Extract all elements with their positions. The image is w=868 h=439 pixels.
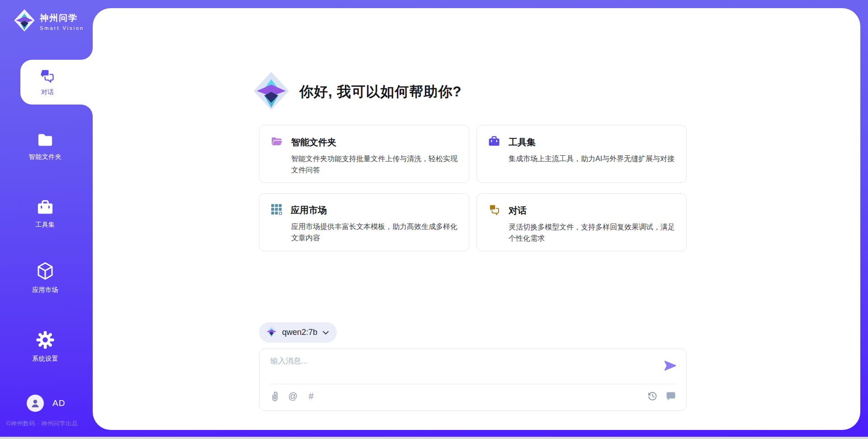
brand-diamond-logo-large	[253, 72, 289, 112]
brand-logo: 神州问学 Smart Vision	[14, 9, 84, 33]
sidebar-item-app-market[interactable]: 应用市场	[0, 262, 93, 294]
user-account[interactable]: AD	[27, 395, 65, 412]
card-toolkit[interactable]: 工具集 集成市场上主流工具，助力AI与外界无缝扩展与对接	[476, 125, 687, 183]
model-name: qwen2:7b	[282, 328, 317, 337]
card-chat[interactable]: 对话 灵活切换多模型文件，支持多样回复效果调试，满足个性化需求	[476, 193, 687, 251]
user-initials: AD	[52, 398, 65, 408]
sidebar-item-label: 工具集	[35, 221, 55, 229]
chat-bubbles-icon	[488, 204, 500, 217]
briefcase-icon	[488, 135, 500, 149]
sidebar-item-label: 智能文件夹	[29, 153, 62, 161]
card-description: 集成市场上主流工具，助力AI与外界无缝扩展与对接	[509, 153, 675, 164]
card-description: 智能文件夹功能支持批量文件上传与清洗，轻松实现文件问答	[291, 153, 458, 176]
chat-bubble-icon[interactable]	[665, 391, 676, 401]
model-diamond-icon	[266, 325, 277, 339]
sidebar-item-chat[interactable]: 对话	[20, 60, 75, 105]
sidebar-item-settings[interactable]: 系统设置	[0, 330, 93, 363]
sidebar-item-label: 系统设置	[32, 355, 58, 363]
sidebar-item-toolkit[interactable]: 工具集	[0, 199, 93, 229]
card-smart-folder[interactable]: 智能文件夹 智能文件夹功能支持批量文件上传与清洗，轻松实现文件问答	[259, 125, 469, 183]
send-icon[interactable]	[664, 360, 676, 372]
card-title: 智能文件夹	[291, 136, 336, 148]
feature-cards: 智能文件夹 智能文件夹功能支持批量文件上传与清洗，轻松实现文件问答 工具集 集成…	[259, 125, 687, 251]
sidebar-item-label: 应用市场	[32, 286, 58, 294]
greeting-title: 你好, 我可以如何帮助你?	[299, 82, 462, 101]
card-title: 应用市场	[291, 204, 327, 216]
composer-toolbar: @ #	[269, 391, 316, 401]
card-description: 应用市场提供丰富长文本模板，助力高效生成多样化文章内容	[291, 221, 458, 243]
greeting-row: 你好, 我可以如何帮助你?	[253, 72, 462, 112]
hashtag-icon[interactable]: #	[306, 391, 316, 401]
brand-name: 神州问学	[40, 12, 84, 24]
brand-subtitle: Smart Vision	[40, 25, 84, 31]
copyright-text: ©神州数码 · 神州问学出品	[6, 420, 78, 428]
sidebar: 神州问学 Smart Vision 对话 智能文件夹	[0, 0, 93, 439]
composer-divider	[269, 384, 676, 384]
card-title: 工具集	[509, 136, 536, 148]
gear-icon	[36, 330, 55, 351]
card-app-market[interactable]: 应用市场 应用市场提供丰富长文本模板，助力高效生成多样化文章内容	[259, 193, 469, 251]
history-icon[interactable]	[647, 391, 658, 401]
message-composer: @ #	[259, 348, 687, 411]
sidebar-item-smart-folder[interactable]: 智能文件夹	[0, 132, 93, 161]
cube-icon	[36, 262, 54, 282]
open-folder-icon	[271, 135, 283, 149]
card-description: 灵活切换多模型文件，支持多样回复效果调试，满足个性化需求	[509, 221, 675, 244]
composer-right-tools	[647, 391, 676, 401]
chat-bubbles-icon	[39, 68, 56, 85]
grid-icon	[271, 204, 282, 217]
sidebar-item-label: 对话	[41, 88, 54, 96]
horizontal-scrollbar[interactable]	[0, 437, 868, 439]
model-selector[interactable]: qwen2:7b	[259, 322, 337, 343]
brand-diamond-icon	[14, 9, 35, 33]
mention-icon[interactable]: @	[288, 391, 298, 401]
avatar	[27, 395, 44, 412]
main-content-panel: 你好, 我可以如何帮助你? 智能文件夹 智能文件夹功能支持批量文件上传与清洗，轻…	[93, 8, 860, 430]
chevron-down-icon	[322, 329, 329, 337]
attachment-icon[interactable]	[269, 391, 280, 401]
briefcase-icon	[37, 199, 54, 217]
card-title: 对话	[509, 205, 527, 217]
message-input[interactable]	[270, 356, 650, 381]
folder-icon	[37, 132, 54, 149]
